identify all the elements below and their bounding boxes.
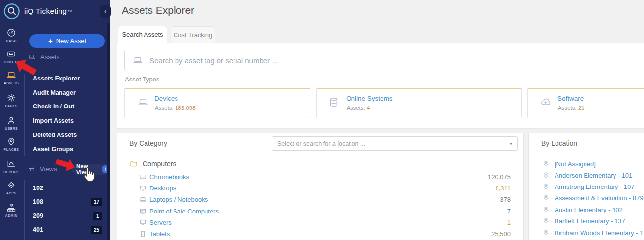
map-pin-icon <box>542 183 550 190</box>
asset-types-label: Asset Types <box>125 76 160 83</box>
nav-dash[interactable]: DASH <box>0 26 23 45</box>
server-icon <box>139 219 147 226</box>
category-tablets[interactable]: Tablets <box>149 230 170 238</box>
category-desktops[interactable]: Desktops <box>149 185 176 192</box>
map-pin-icon <box>542 229 550 236</box>
map-pin-icon <box>542 194 550 201</box>
search-assets-panel: Asset Types Devices Assets: 183,098 Onli… <box>117 43 644 129</box>
laptop-icon <box>28 53 36 61</box>
view-item-102[interactable]: 102 <box>33 185 43 191</box>
tab-search-assets[interactable]: Search Assets <box>118 26 167 43</box>
menu-item-audit-manager[interactable]: Audit Manager <box>33 89 76 96</box>
assets-menu-header: Assets <box>28 53 59 61</box>
laptop-icon <box>137 97 149 107</box>
laptop-search-icon <box>132 55 144 65</box>
view-badge-209: 1 <box>93 212 102 220</box>
nav-assets[interactable]: ASSETS <box>0 68 23 87</box>
menu-item-import-assets[interactable]: Import Assets <box>33 117 74 124</box>
ticket-icon <box>6 49 17 59</box>
nav-apps[interactable]: APPS <box>0 178 23 197</box>
location-armstrong[interactable]: Armstrong Elementary - 107 <box>555 183 635 190</box>
user-icon <box>6 115 16 125</box>
by-category-header: By Category Select or search for a locat… <box>117 133 523 153</box>
menu-item-check-in-out[interactable]: Check In / Out <box>33 103 74 110</box>
menu-item-deleted-assets[interactable]: Deleted Assets <box>33 132 77 138</box>
asset-type-card-online-systems[interactable]: Online Systems Assets: 4 <box>316 88 522 118</box>
app-logo-icon <box>3 3 20 20</box>
map-pin-icon <box>542 206 550 213</box>
category-count: 8,311 <box>452 185 511 192</box>
nav-users[interactable]: USERS <box>0 113 23 133</box>
nav-places[interactable]: PLACES <box>0 134 23 154</box>
location-anderson[interactable]: Anderson Elementary - 101 <box>555 172 632 179</box>
map-pin-icon <box>542 171 550 179</box>
point-of-sale-icon <box>139 208 147 215</box>
assets-explorer-screen: iiQ Ticketing TM ‹ DASH <box>0 0 644 240</box>
location-not-assigned[interactable]: [Not Assigned] <box>555 160 596 168</box>
location-austin[interactable]: Austin Elementary - 102 <box>555 206 623 213</box>
gear-icon <box>6 93 16 103</box>
category-laptops-notebooks[interactable]: Laptops / Notebooks <box>149 196 208 203</box>
asset-type-card-devices[interactable]: Devices Assets: 183,098 <box>124 88 310 118</box>
page-title: Assets Explorer <box>122 4 194 16</box>
category-count: 120,075 <box>452 173 511 181</box>
nav-parts[interactable]: PARTS <box>0 90 23 110</box>
view-item-209[interactable]: 209 <box>33 213 43 219</box>
view-item-108[interactable]: 108 <box>33 198 43 205</box>
by-location-title: By Location <box>541 139 577 147</box>
caret-down-icon: ▾ <box>510 141 512 146</box>
chevron-left-icon: ‹ <box>104 7 107 15</box>
asset-search-input[interactable] <box>149 56 644 65</box>
menu-item-asset-groups[interactable]: Asset Groups <box>33 146 73 153</box>
category-count: 378 <box>452 196 511 203</box>
category-count: 25,500 <box>452 230 511 238</box>
sidebar: iiQ Ticketing TM ‹ DASH <box>0 0 110 240</box>
category-chromebooks[interactable]: Chromebooks <box>149 173 189 181</box>
view-badge-108: 17 <box>91 198 102 206</box>
category-computers[interactable]: Computers <box>129 160 176 168</box>
main-content: Assets Explorer Search Assets Cost Track… <box>110 0 644 240</box>
category-point-of-sale[interactable]: Point of Sale Computers <box>149 208 219 215</box>
map-pin-icon <box>6 136 16 146</box>
dashboard-icon <box>6 28 16 38</box>
views-grid-icon <box>28 165 35 173</box>
new-asset-button[interactable]: + New Asset <box>29 34 105 48</box>
desktop-monitor-icon <box>139 185 147 192</box>
tab-cost-tracking[interactable]: Cost Tracking <box>171 26 215 43</box>
menu-item-assets-explorer[interactable]: Assets Explorer <box>33 75 80 82</box>
category-count: 1 <box>452 219 511 226</box>
apps-icon <box>6 180 16 190</box>
by-location-header: By Location <box>529 133 644 153</box>
asset-type-card-software[interactable]: Software Assets: 21 <box>527 88 644 118</box>
map-pin-icon <box>542 160 550 167</box>
new-view-button[interactable]: New View + <box>72 164 110 175</box>
laptop-icon <box>6 70 17 80</box>
app-title: iiQ Ticketing <box>24 7 67 16</box>
laptop-icon <box>139 196 147 203</box>
nav-report[interactable]: REPORT <box>0 157 23 176</box>
location-bartlett[interactable]: Bartlett Elementary - 137 <box>555 217 625 225</box>
collapse-sidebar-button[interactable]: ‹ <box>100 5 111 18</box>
org-chart-icon <box>6 203 16 213</box>
report-chart-icon <box>6 159 16 169</box>
views-header: Views <box>28 165 57 173</box>
tablet-icon <box>139 230 147 238</box>
cloud-download-icon <box>540 97 552 107</box>
location-assessment-evaluation[interactable]: Assessment & Evaluation - 879 <box>555 194 644 202</box>
assets-menu-connector <box>24 74 25 156</box>
asset-search-box <box>124 50 644 71</box>
nav-rail: DASH TICKETS ASSETS <box>0 26 23 220</box>
category-servers[interactable]: Servers <box>149 219 172 226</box>
location-birnham-woods[interactable]: Birnham Woods Elementary - 129 <box>555 229 644 237</box>
plus-icon: + <box>48 37 53 45</box>
views-connector <box>24 180 25 240</box>
location-filter-select[interactable]: Select or search for a location ... ▾ <box>272 136 518 151</box>
nav-tickets[interactable]: TICKETS <box>0 47 23 66</box>
trademark-label: TM <box>68 10 72 13</box>
brand: iiQ Ticketing TM <box>0 0 110 23</box>
view-item-401[interactable]: 401 <box>33 226 43 233</box>
laptop-icon <box>139 173 147 181</box>
category-count: 7 <box>452 208 511 215</box>
nav-admin[interactable]: ADMIN <box>0 200 23 220</box>
by-category-panel: By Category Select or search for a locat… <box>117 133 524 240</box>
